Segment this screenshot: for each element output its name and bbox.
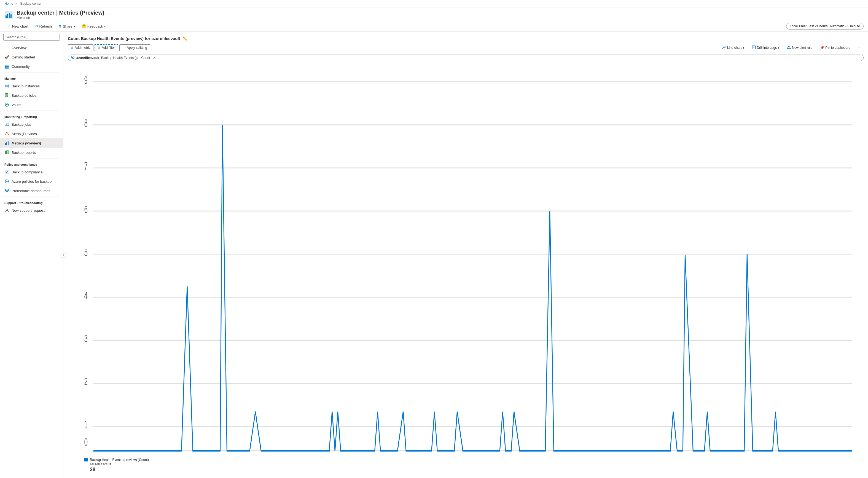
add-metric-button[interactable]: ⊕ Add metric [68, 44, 93, 51]
svg-point-26 [6, 209, 8, 211]
feedback-button[interactable]: 🙂 Feedback ▾ [79, 23, 108, 30]
chart-toolbar-right: Line chart ▾ Drill into Logs ▾ [719, 44, 864, 51]
search-box [0, 32, 63, 43]
legend-item: Backup Health Events (preview) (Count) [84, 458, 864, 462]
legend-label: Backup Health Events (preview) (Count) [90, 458, 149, 462]
line-chart-button[interactable]: Line chart ▾ [719, 44, 747, 51]
line-chart-chevron-icon: ▾ [743, 46, 744, 49]
share-icon: ⬆ [58, 24, 62, 28]
filter-tag: azurefilesvault, Backup Health Events (p… [68, 55, 864, 61]
sidebar-item-backup-compliance[interactable]: Backup compliance [0, 167, 63, 177]
section-header-manage: Manage [0, 73, 63, 81]
refresh-icon: ↻ [35, 24, 38, 28]
apply-splitting-button[interactable]: ⋮ Apply splitting [119, 44, 150, 51]
filter-tag-text: azurefilesvault, Backup Health Events (p… [76, 56, 150, 60]
sidebar-item-overview[interactable]: ⊞ Overview [0, 43, 63, 52]
legend-sublabel: azurefilesvault [84, 462, 864, 466]
nav-section-policy: Policy and compliance Backup compliance … [0, 159, 63, 196]
breadcrumb-home[interactable]: Home [4, 2, 13, 5]
more-chart-options-button[interactable]: ··· [855, 44, 864, 51]
splitting-icon: ⋮ [122, 46, 126, 50]
edit-title-icon[interactable]: ✏️ [183, 36, 187, 41]
sidebar: ⊞ Overview 🚀 Getting started 👥 Community [0, 32, 63, 478]
chart-toolbar: ⊕ Add metric ⊞ Add filter ⋮ Apply splitt… [68, 44, 864, 51]
drill-logs-button[interactable]: Drill into Logs ▾ [749, 44, 782, 51]
section-header-monitoring: Monitoring + reporting [0, 112, 63, 120]
chart-container: Count Backup Health Events (preview) for… [63, 32, 868, 478]
instances-icon [4, 84, 9, 89]
chart-title-row: Count Backup Health Events (preview) for… [68, 36, 864, 41]
sidebar-item-backup-reports[interactable]: Backup reports [0, 148, 63, 157]
svg-text:1: 1 [84, 418, 88, 430]
sidebar-item-azure-policies[interactable]: Azure policies for backup [0, 177, 63, 186]
page-title-area: Backup center | Metrics (Preview) Micros… [17, 10, 104, 20]
azure-policies-icon [4, 179, 9, 184]
sidebar-item-vaults[interactable]: Vaults [0, 100, 63, 110]
legend-value: 28 [84, 467, 864, 473]
vaults-icon [4, 102, 9, 107]
page-title: Backup center | Metrics (Preview) [17, 10, 104, 16]
svg-text:3: 3 [84, 332, 88, 345]
feedback-chevron-icon: ▾ [104, 25, 105, 28]
sidebar-item-backup-instances[interactable]: Backup instances [0, 81, 63, 91]
chart-area: 9 8 7 6 5 4 3 2 1 0 [68, 64, 864, 456]
section-header-support: Support + troubleshooting [0, 198, 63, 206]
svg-rect-12 [5, 123, 9, 126]
sidebar-collapse-button[interactable]: ‹ [61, 252, 66, 258]
time-range-picker[interactable]: Local Time: Last 24 hours (Automatic - 5… [786, 23, 864, 30]
filter-icon: ⊞ [98, 46, 101, 50]
page-provider: Microsoft [17, 16, 104, 20]
svg-text:8: 8 [84, 117, 88, 129]
metrics-icon [4, 141, 9, 146]
svg-point-17 [7, 135, 7, 135]
share-button[interactable]: ⬆ Share ▾ [56, 23, 78, 30]
feedback-icon: 🙂 [82, 24, 86, 28]
refresh-button[interactable]: ↻ Refresh [32, 23, 55, 30]
new-alert-rule-button[interactable]: New alert rule [784, 44, 815, 51]
overview-icon: ⊞ [4, 45, 9, 50]
policies-icon [4, 93, 9, 98]
community-icon: 👥 [4, 64, 9, 69]
svg-rect-18 [5, 143, 6, 145]
sidebar-item-backup-policies[interactable]: Backup policies [0, 91, 63, 100]
svg-text:2: 2 [84, 376, 88, 388]
add-metric-icon: ⊕ [71, 46, 73, 50]
plus-icon: ＋ [7, 24, 11, 29]
breadcrumb-separator: > [15, 2, 17, 5]
sidebar-item-new-support-request[interactable]: New support request [0, 206, 63, 215]
pin-to-dashboard-button[interactable]: 📌 Pin to dashboard [817, 44, 853, 51]
filter-tag-close-button[interactable]: ✕ [153, 56, 156, 60]
page-header: Backup center | Metrics (Preview) Micros… [0, 7, 868, 21]
sidebar-item-backup-jobs[interactable]: Backup jobs [0, 120, 63, 129]
sidebar-item-metrics-preview[interactable]: Metrics (Preview) [0, 139, 63, 148]
svg-rect-20 [8, 142, 8, 145]
new-chart-button[interactable]: ＋ New chart [4, 23, 31, 30]
share-chevron-icon: ▾ [73, 25, 75, 28]
sidebar-item-alerts-preview[interactable]: Alerts (Preview) [0, 129, 63, 139]
svg-point-32 [72, 57, 73, 58]
vault-tag-icon [71, 55, 75, 60]
add-filter-button[interactable]: ⊞ Add filter [95, 44, 118, 51]
svg-text:6: 6 [84, 203, 88, 215]
svg-rect-4 [10, 14, 11, 18]
rocket-icon: 🚀 [4, 55, 9, 60]
alerts-icon [4, 131, 9, 136]
drill-logs-icon [752, 46, 756, 50]
legend-color-swatch [84, 458, 88, 461]
search-input[interactable] [3, 34, 60, 40]
svg-rect-19 [6, 142, 7, 145]
support-icon [4, 208, 9, 213]
more-options-icon[interactable]: ··· [108, 12, 112, 18]
nav-section-monitoring: Monitoring + reporting Backup jobs Alert… [0, 112, 63, 157]
svg-text:4: 4 [84, 290, 88, 302]
chart-title: Count Backup Health Events (preview) for… [68, 36, 180, 41]
sidebar-item-protectable-datasources[interactable]: Protectable datasources [0, 186, 63, 196]
reports-icon [4, 150, 9, 155]
svg-rect-7 [5, 93, 8, 97]
svg-rect-2 [7, 14, 8, 18]
sidebar-item-getting-started[interactable]: 🚀 Getting started [0, 52, 63, 62]
svg-text:9: 9 [84, 74, 88, 86]
sidebar-item-community[interactable]: 👥 Community [0, 62, 63, 71]
metrics-chart: 9 8 7 6 5 4 3 2 1 0 [68, 64, 864, 456]
more-chart-icon: ··· [858, 46, 861, 50]
